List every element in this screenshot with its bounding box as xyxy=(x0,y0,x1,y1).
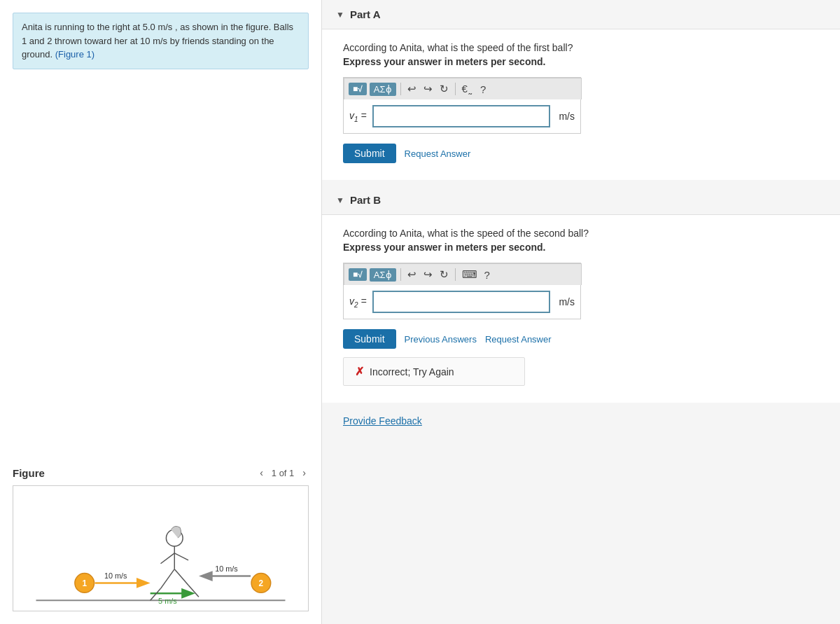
part-b-sqrt-button[interactable]: ■√ xyxy=(349,268,367,281)
part-a-undo-button[interactable]: ↩ xyxy=(405,81,419,97)
part-b-action-row: Submit Previous Answers Request Answer xyxy=(343,329,819,349)
svg-text:10 m/s: 10 m/s xyxy=(215,564,238,573)
part-b-answer-input[interactable] xyxy=(372,291,551,313)
figure-page-indicator: 1 of 1 xyxy=(272,468,295,478)
svg-text:5 m/s: 5 m/s xyxy=(158,597,177,605)
figure-next-button[interactable]: › xyxy=(300,466,309,480)
part-b-var-label: v2 = xyxy=(349,296,367,309)
part-a-toolbar: ■√ ΑΣϕ ↩ ↪ ↻ €˷ ? xyxy=(344,78,582,99)
problem-text-box: Anita is running to the right at 5.0 m/s… xyxy=(13,13,309,69)
part-b-collapse-icon: ▼ xyxy=(336,195,344,205)
svg-line-15 xyxy=(161,569,175,589)
part-b-toolbar-sep2 xyxy=(455,268,456,281)
part-b-input-inner: v2 = m/s xyxy=(344,285,580,319)
figure-image: 1 10 m/s 2 10 m/s 5 m/s xyxy=(13,485,309,611)
part-b-section: ▼ Part B According to Anita, what is the… xyxy=(322,186,840,403)
svg-text:1: 1 xyxy=(82,578,87,588)
part-a-input-wrapper: ■√ ΑΣϕ ↩ ↪ ↻ €˷ ? v1 = m xyxy=(343,77,581,134)
part-b-toolbar-sep1 xyxy=(400,268,401,281)
right-panel: ▼ Part A According to Anita, what is the… xyxy=(322,0,840,624)
part-a-content: According to Anita, what is the speed of… xyxy=(322,29,840,180)
figure-link[interactable]: (Figure 1) xyxy=(55,49,94,60)
part-a-var-label: v1 = xyxy=(349,110,367,123)
part-b-help-button[interactable]: ? xyxy=(482,268,492,282)
figure-nav: ‹ 1 of 1 › xyxy=(257,466,309,480)
figure-prev-button[interactable]: ‹ xyxy=(257,466,266,480)
part-a-toolbar-sep2 xyxy=(455,83,456,95)
part-a-question: According to Anita, what is the speed of… xyxy=(343,42,819,53)
part-a-answer-input[interactable] xyxy=(372,105,551,127)
part-a-toolbar-sep1 xyxy=(400,83,401,95)
figure-title: Figure xyxy=(13,467,45,479)
part-b-input-wrapper: ■√ ΑΣϕ ↩ ↪ ↻ ⌨ ? v2 = m/ xyxy=(343,263,581,319)
part-b-request-answer-link[interactable]: Request Answer xyxy=(485,334,552,345)
part-b-keyboard-button[interactable]: ⌨ xyxy=(460,267,479,282)
svg-text:2: 2 xyxy=(259,578,264,588)
part-b-question: According to Anita, what is the speed of… xyxy=(343,228,819,239)
part-b-instruction: Express your answer in meters per second… xyxy=(343,242,819,253)
part-a-section: ▼ Part A According to Anita, what is the… xyxy=(322,0,840,180)
part-a-submit-button[interactable]: Submit xyxy=(343,144,396,163)
part-a-help-button[interactable]: ? xyxy=(478,82,488,97)
svg-line-17 xyxy=(174,569,188,585)
part-b-submit-button[interactable]: Submit xyxy=(343,329,396,349)
part-b-input-row: v2 = m/s xyxy=(349,291,575,313)
part-b-greek-button[interactable]: ΑΣϕ xyxy=(370,268,396,282)
part-b-label: Part B xyxy=(350,194,381,206)
figure-header: Figure ‹ 1 of 1 › xyxy=(13,466,309,480)
left-panel: Anita is running to the right at 5.0 m/s… xyxy=(0,0,322,624)
part-a-sqrt-button[interactable]: ■√ xyxy=(349,83,367,95)
part-b-undo-button[interactable]: ↩ xyxy=(405,267,419,282)
svg-line-13 xyxy=(161,553,175,564)
part-a-refresh-button[interactable]: ↻ xyxy=(438,81,451,97)
incorrect-icon: ✗ xyxy=(355,365,364,378)
figure-svg: 1 10 m/s 2 10 m/s 5 m/s xyxy=(13,486,308,611)
part-a-collapse-icon: ▼ xyxy=(336,10,344,20)
part-a-input-inner: v1 = m/s xyxy=(344,99,580,133)
part-b-header[interactable]: ▼ Part B xyxy=(322,186,840,215)
part-a-label: Part A xyxy=(350,8,381,20)
part-a-greek-button[interactable]: ΑΣϕ xyxy=(370,83,396,96)
part-b-toolbar: ■√ ΑΣϕ ↩ ↪ ↻ ⌨ ? xyxy=(344,263,582,285)
provide-feedback-link[interactable]: Provide Feedback xyxy=(343,415,819,427)
part-a-input-row: v1 = m/s xyxy=(349,105,575,127)
part-a-request-answer-link[interactable]: Request Answer xyxy=(405,148,471,159)
part-a-header[interactable]: ▼ Part A xyxy=(322,0,840,29)
incorrect-text: Incorrect; Try Again xyxy=(370,366,454,377)
figure-section: Figure ‹ 1 of 1 › 1 10 m/s xyxy=(0,459,321,624)
part-b-refresh-button[interactable]: ↻ xyxy=(438,267,451,282)
svg-line-14 xyxy=(174,553,188,560)
part-a-action-row: Submit Request Answer xyxy=(343,144,819,163)
part-a-keyboard-button[interactable]: €˷ xyxy=(460,81,475,97)
part-b-incorrect-box: ✗ Incorrect; Try Again xyxy=(343,357,525,386)
svg-text:10 m/s: 10 m/s xyxy=(104,571,127,580)
part-b-redo-button[interactable]: ↪ xyxy=(421,267,435,282)
part-a-instruction: Express your answer in meters per second… xyxy=(343,56,819,67)
part-a-redo-button[interactable]: ↪ xyxy=(421,81,435,97)
svg-line-18 xyxy=(188,585,199,597)
part-b-unit: m/s xyxy=(559,296,575,307)
part-b-content: According to Anita, what is the speed of… xyxy=(322,215,840,403)
part-a-unit: m/s xyxy=(559,111,575,122)
part-b-previous-answers-link[interactable]: Previous Answers xyxy=(405,334,477,345)
